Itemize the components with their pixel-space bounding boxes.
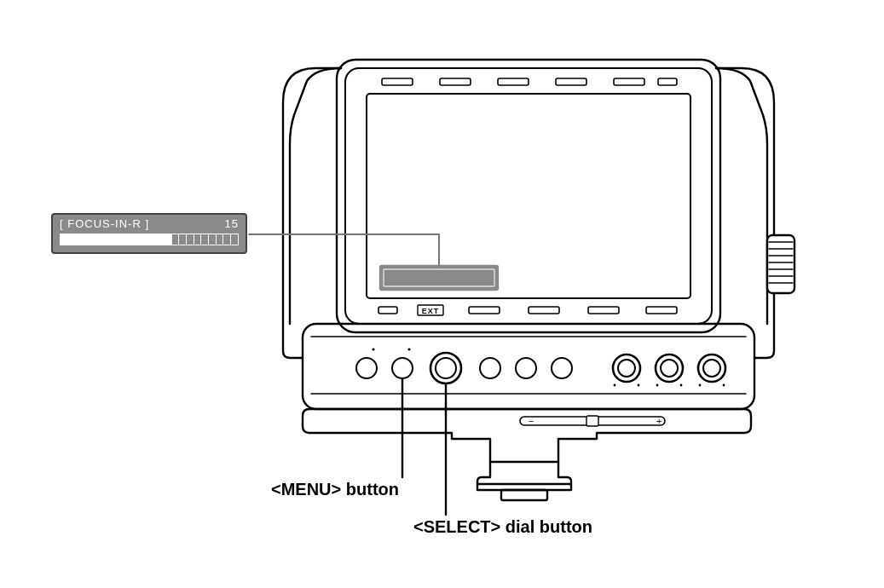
svg-point-35 xyxy=(661,360,678,377)
svg-rect-19 xyxy=(588,307,619,314)
svg-point-38 xyxy=(372,348,374,350)
slider-minus: − xyxy=(529,416,534,426)
menu-button-label: <MENU> button xyxy=(271,480,399,499)
svg-rect-12 xyxy=(498,78,529,85)
focus-callout-value: 15 xyxy=(225,218,239,230)
svg-point-34 xyxy=(656,355,683,382)
svg-rect-15 xyxy=(658,78,677,85)
svg-point-44 xyxy=(699,384,702,387)
svg-point-45 xyxy=(723,384,725,387)
panel-button-4[interactable] xyxy=(516,358,536,378)
svg-rect-17 xyxy=(469,307,500,314)
svg-rect-18 xyxy=(529,307,559,314)
svg-rect-4 xyxy=(586,416,598,426)
svg-point-33 xyxy=(618,360,635,377)
panel-button-5[interactable] xyxy=(552,358,572,378)
ext-indicator: EXT xyxy=(422,307,440,315)
svg-point-32 xyxy=(613,355,640,382)
panel-button-1[interactable] xyxy=(356,358,377,378)
slider-plus: + xyxy=(656,416,662,426)
panel-knob-2[interactable] xyxy=(656,355,683,382)
panel-button-3[interactable] xyxy=(480,358,500,378)
svg-rect-16 xyxy=(378,307,397,314)
panel-knob-3[interactable] xyxy=(698,355,725,382)
svg-rect-23 xyxy=(767,235,794,293)
svg-point-36 xyxy=(698,355,725,382)
svg-point-31 xyxy=(436,358,456,378)
svg-rect-14 xyxy=(614,78,644,85)
svg-point-42 xyxy=(656,384,659,387)
svg-rect-7 xyxy=(337,60,720,332)
svg-rect-10 xyxy=(382,78,413,85)
svg-point-40 xyxy=(614,384,616,387)
svg-rect-11 xyxy=(440,78,471,85)
svg-point-37 xyxy=(703,360,720,377)
device-diagram: − + xyxy=(0,0,884,588)
svg-point-41 xyxy=(638,384,640,387)
svg-point-39 xyxy=(407,348,410,350)
focus-callout-box: [ FOCUS-IN-R ] 15 xyxy=(51,213,247,254)
panel-knob-1[interactable] xyxy=(613,355,640,382)
svg-point-43 xyxy=(680,384,683,387)
focus-callout-title: [ FOCUS-IN-R ] xyxy=(60,218,149,230)
focus-callout-bar xyxy=(60,233,239,245)
svg-rect-13 xyxy=(556,78,586,85)
svg-rect-20 xyxy=(646,307,677,314)
select-dial-label: <SELECT> dial button xyxy=(413,517,592,537)
svg-rect-2 xyxy=(501,490,547,500)
menu-button[interactable] xyxy=(392,358,413,378)
